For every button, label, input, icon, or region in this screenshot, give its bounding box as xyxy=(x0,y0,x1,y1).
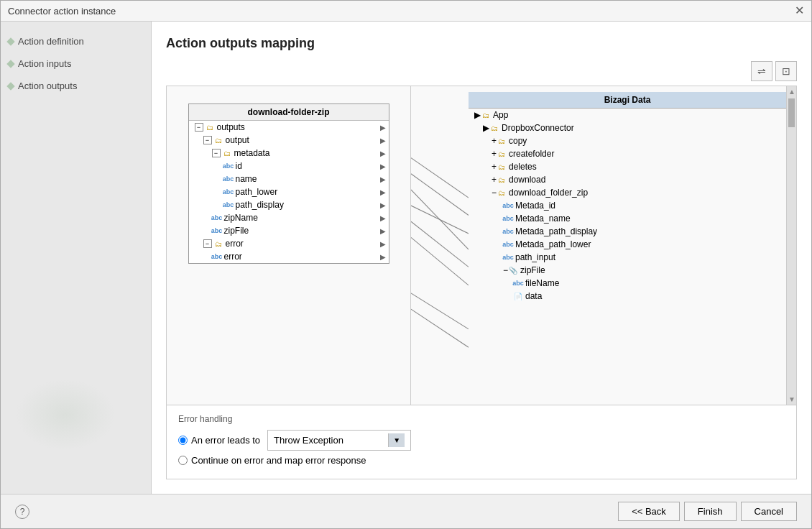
middle-panel xyxy=(411,86,469,405)
layout-icon-button[interactable]: ⊡ xyxy=(775,61,797,81)
throw-exception-dropdown[interactable]: Throw Exception ▼ xyxy=(267,430,411,451)
right-tree-node: ▶ 🗂 App xyxy=(469,109,786,121)
node-label: DropboxConnector xyxy=(502,123,574,133)
arrow-out-icon: ▶ xyxy=(380,137,386,144)
node-label: createfolder xyxy=(509,149,554,159)
window-title: Connector action instance xyxy=(8,6,116,17)
sidebar-item-label: Action inputs xyxy=(18,58,71,69)
error-option-1-radio[interactable] xyxy=(178,436,188,445)
node-label: error xyxy=(224,252,242,262)
right-tree-node: abc Metada_name xyxy=(469,212,786,225)
expand-button[interactable]: − xyxy=(212,149,221,157)
error-row-2: Continue on error and map error response xyxy=(178,455,785,466)
expand-button[interactable]: − xyxy=(203,136,212,144)
abc-icon: abc xyxy=(513,278,523,288)
right-tree-node: + 🗂 copy xyxy=(469,134,786,147)
right-tree-node: abc path_input xyxy=(469,251,786,264)
folder-icon: 🗂 xyxy=(213,239,223,249)
node-label: path_input xyxy=(515,252,555,262)
tree-node: abc zipFile ▶ xyxy=(189,224,389,237)
mapping-icon-button[interactable]: ⇌ xyxy=(751,61,772,81)
right-tree-node: − 🗂 download_folder_zip xyxy=(469,186,786,199)
node-label: copy xyxy=(509,136,527,146)
node-label: Metada_id xyxy=(515,201,555,211)
content-area: Action outputs mapping ⇌ ⊡ download-fold… xyxy=(152,22,811,494)
expand-button[interactable]: + xyxy=(492,175,497,185)
svg-line-2 xyxy=(411,190,469,249)
arrow-out-icon: ▶ xyxy=(380,214,386,222)
right-tree-node: + 🗂 download xyxy=(469,173,786,186)
expand-button[interactable]: − xyxy=(203,239,212,248)
expand-button[interactable]: + xyxy=(492,162,497,172)
sidebar-item-label: Action definition xyxy=(18,36,84,47)
error-handling-section: Error handling An error leads to Throw E… xyxy=(167,405,796,479)
back-button[interactable]: << Back xyxy=(618,502,680,521)
node-label: path_lower xyxy=(236,187,278,197)
folder-icon: 🗂 xyxy=(497,136,507,146)
arrow-out-icon: ▶ xyxy=(380,240,386,248)
right-tree-node: abc Metada_path_display xyxy=(469,225,786,238)
abc-icon: abc xyxy=(212,252,222,262)
folder-icon: 🗂 xyxy=(497,162,507,172)
abc-icon: abc xyxy=(503,252,513,262)
sidebar-item-action-definition[interactable]: Action definition xyxy=(8,36,144,47)
abc-icon: abc xyxy=(503,213,513,224)
sidebar-item-action-outputs[interactable]: Action outputs xyxy=(8,80,144,91)
folder-icon: 🗂 xyxy=(222,148,232,158)
abc-icon: abc xyxy=(212,226,222,236)
finish-button[interactable]: Finish xyxy=(684,502,737,521)
tree-node: − 🗂 metadata ▶ xyxy=(189,147,389,160)
abc-icon: abc xyxy=(503,226,513,236)
expand-button[interactable]: − xyxy=(195,123,203,132)
left-panel: download-folder-zip − 🗂 outputs ▶ xyxy=(167,86,411,405)
scroll-down-arrow[interactable]: ▼ xyxy=(787,394,796,405)
error-option-2-label[interactable]: Continue on error and map error response xyxy=(178,455,366,466)
node-label: path_display xyxy=(236,200,284,210)
expand-button[interactable]: ▶ xyxy=(483,123,489,133)
right-tree-node: abc Metada_id xyxy=(469,199,786,212)
error-option-2-radio[interactable] xyxy=(178,456,188,465)
close-button[interactable]: ✕ xyxy=(795,5,804,17)
arrow-out-icon: ▶ xyxy=(380,150,386,157)
svg-line-5 xyxy=(411,237,469,285)
mapping-content: download-folder-zip − 🗂 outputs ▶ xyxy=(167,86,796,405)
title-bar: Connector action instance ✕ xyxy=(1,1,811,22)
connector-box: download-folder-zip − 🗂 outputs ▶ xyxy=(188,104,389,264)
node-label: metadata xyxy=(234,148,270,158)
connector-title: download-folder-zip xyxy=(189,104,389,121)
expand-button[interactable]: + xyxy=(492,149,497,159)
nav-diamond-icon xyxy=(6,37,14,45)
expand-button[interactable]: − xyxy=(492,188,497,198)
main-layout: Action definition Action inputs Action o… xyxy=(1,22,811,494)
svg-line-3 xyxy=(411,206,469,234)
error-option-1-text: An error leads to xyxy=(191,435,260,446)
error-option-1-label[interactable]: An error leads to xyxy=(178,435,260,446)
expand-button[interactable]: ▶ xyxy=(474,110,481,120)
help-button[interactable]: ? xyxy=(15,505,29,519)
right-tree-node: abc Metada_path_lower xyxy=(469,238,786,251)
error-option-2-text: Continue on error and map error response xyxy=(191,455,366,466)
folder-icon: 🗂 xyxy=(497,149,507,159)
right-tree-node: + 🗂 createfolder xyxy=(469,147,786,160)
sidebar-item-action-inputs[interactable]: Action inputs xyxy=(8,58,144,69)
arrow-out-icon: ▶ xyxy=(380,162,386,170)
node-label: zipFile xyxy=(224,226,249,236)
node-label: Metada_path_display xyxy=(515,226,597,236)
node-label: App xyxy=(493,110,508,120)
svg-line-0 xyxy=(411,158,469,198)
cancel-button[interactable]: Cancel xyxy=(741,502,797,521)
file-icon: 📄 xyxy=(513,291,523,301)
scroll-up-arrow[interactable]: ▲ xyxy=(787,86,796,97)
node-label: id xyxy=(236,161,242,171)
dropdown-arrow-icon[interactable]: ▼ xyxy=(388,433,405,447)
expand-button[interactable]: − xyxy=(503,265,508,275)
arrow-out-icon: ▶ xyxy=(380,175,386,183)
tree-node: − 🗂 error ▶ xyxy=(189,237,389,250)
page-title: Action outputs mapping xyxy=(166,36,797,51)
tree-node: abc id ▶ xyxy=(189,160,389,172)
scrollbar-thumb[interactable] xyxy=(788,98,795,127)
vertical-scrollbar[interactable]: ▲ ▼ xyxy=(786,86,796,405)
node-label: data xyxy=(525,291,542,301)
arrow-out-icon: ▶ xyxy=(380,124,386,132)
expand-button[interactable]: + xyxy=(492,136,497,146)
